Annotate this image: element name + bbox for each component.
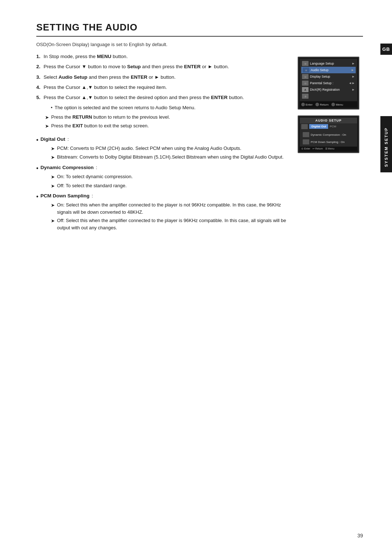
step-3: 3. Select Audio Setup and then press the… [36, 74, 290, 81]
screen2-mockup: AUDIO SETUP Digital Out PCM [298, 115, 359, 153]
screen1-row-setup-icon: ⚙ [302, 93, 355, 99]
step1-text: In Stop mode, press the [44, 54, 97, 59]
step2-bold: Setup [127, 64, 141, 69]
step3-bold1: Audio Setup [58, 74, 87, 80]
dynamic-compression-content: ➤ On: To select dynamic compression. ➤ O… [36, 173, 290, 189]
digital-out-content: ➤ PCM: Converts to PCM (2CH) audio. Sele… [36, 145, 290, 161]
dynamic-off: ➤ Off: To select the standard range. [44, 182, 290, 190]
bullet-note-text: The option is selected and the screen re… [55, 104, 196, 111]
digital-out-bitstream-text: Bitstream: Converts to Dolby Digital Bit… [57, 153, 283, 161]
screen2-tab-area: Digital Out PCM [309, 123, 357, 130]
screen1-icon-audio-setup: ⊞ [303, 67, 309, 73]
page-number: 39 [357, 533, 363, 538]
step2-text: Press the Cursor ▼ button to move to [44, 64, 127, 69]
arrow1-text: button to return to the previous level. [92, 114, 170, 120]
screen1-row-audio-setup: ⊞ Audio Setup ► [301, 67, 356, 73]
dynamic-compression-colon: : [96, 165, 97, 170]
screen2-footer-enter: ⊙ Enter [301, 147, 310, 150]
screen1-row-parental: ⊟ Parental Setup : ◄► [302, 80, 355, 86]
screen1-footer-return: Return [315, 103, 328, 106]
screen1-row-display: ⊟ Display Setup ► [302, 73, 355, 80]
screen2-icon1 [301, 124, 308, 129]
dynamic-on-text: On: To select dynamic compression. [57, 173, 133, 180]
digital-out-bitstream: ➤ Bitstream: Converts to Dolby Digital B… [44, 153, 290, 161]
screen1-footer-menu: Menu [331, 103, 343, 106]
step5-end: button. [228, 95, 244, 100]
pcm-down-sampling-content: ➤ On: Select this when the amplifier con… [36, 201, 290, 231]
screen1-mockup: ⊞ Language Setup ► ⊞ Audio Setup ► ⊟ Dis… [298, 57, 359, 110]
page-title: SETTING THE AUDIO [36, 22, 363, 33]
dynamic-off-text: Off: To select the standard range. [57, 182, 127, 189]
step2-end: or ► button. [201, 64, 229, 69]
step2-enter: ENTER [184, 64, 201, 69]
screen2-footer: ⊙ Enter ↩ Return ☰ Menu [300, 147, 357, 151]
dynamic-on: ➤ On: To select dynamic compression. [44, 173, 290, 181]
screen2-icon-row1 [303, 132, 309, 137]
step3-end: or ► button. [147, 74, 176, 80]
screen1-icon-display: ⊟ [302, 74, 309, 79]
step3-start: Select [44, 74, 58, 80]
arrow-note-1: ➤ Press the RETURN button to return to t… [36, 114, 290, 121]
dynamic-compression-title: Dynamic Compression [41, 165, 94, 170]
screen2-title: AUDIO SETUP [300, 118, 357, 123]
subtitle: OSD(On-Screen Display) language is set t… [36, 42, 363, 47]
screen1-icon-setup: ⚙ [302, 94, 309, 99]
screen1-icon-divx: A [302, 87, 309, 92]
gb-label: GB [382, 44, 390, 55]
screen2-icon-row2 [303, 139, 309, 144]
step-1: 1. In Stop mode, press the MENU button. [36, 53, 290, 60]
page-title-area: SETTING THE AUDIO [36, 22, 363, 37]
pcm-on: ➤ On: Select this when the amplifier con… [44, 201, 290, 216]
steps-list: 1. In Stop mode, press the MENU button. … [36, 53, 290, 101]
arrow2-text: button to exit the setup screen. [83, 123, 148, 128]
screen1-row-divx: A DivX(R) Registration ► [302, 86, 355, 93]
screen1-footer: Enter Return Menu [300, 102, 357, 107]
screen2-tab-digital: Digital Out [309, 124, 328, 129]
digital-out-pcm: ➤ PCM: Converts to PCM (2CH) audio. Sele… [44, 145, 290, 152]
pcm-down-sampling-title: PCM Down Sampling [41, 193, 90, 198]
content-area: 1. In Stop mode, press the MENU button. … [36, 53, 363, 233]
step3-mid: and then press the [87, 74, 131, 80]
system-setup-bullet [385, 121, 388, 124]
step1-bold: MENU [97, 54, 111, 59]
instructions-column: 1. In Stop mode, press the MENU button. … [36, 53, 290, 233]
arrow1-bold: RETURN [73, 114, 92, 120]
screen2-content: Dynamic Compression : On PCM Down Sampli… [300, 130, 357, 147]
screen2-icon-row [300, 123, 309, 130]
step-2: 2. Press the Cursor ▼ button to move to … [36, 63, 290, 70]
system-setup-tab: SYSTEM SETUP [380, 116, 392, 172]
screen1-row-language: ⊞ Language Setup ► [302, 60, 355, 67]
step1-end: button. [111, 54, 128, 59]
gb-tab: GB [380, 44, 392, 55]
screen1-footer-enter: Enter [301, 103, 313, 106]
screen1-icon-parental: ⊟ [302, 81, 309, 86]
dynamic-compression-header: • Dynamic Compression : [36, 165, 290, 172]
digital-out-colon: : [68, 136, 69, 142]
pcm-on-text: On: Select this when the amplifier conne… [57, 201, 290, 216]
step-5: 5. Press the Cursor ▲,▼ button to select… [36, 94, 290, 101]
system-setup-label: SYSTEM SETUP [384, 126, 388, 169]
screen2-footer-return: ↩ Return [313, 147, 323, 150]
step5-bold: ENTER [211, 95, 228, 100]
pcm-off-text: Off: Select this when the amplifier conn… [57, 217, 290, 231]
bullet-note: • The option is selected and the screen … [36, 104, 290, 111]
digital-out-title: Digital Out [41, 136, 65, 142]
screen2-footer-menu: ☰ Menu [325, 147, 334, 150]
arrow-note-2: ➤ Press the EXIT button to exit the setu… [36, 122, 290, 130]
screenshots-column: ⊞ Language Setup ► ⊞ Audio Setup ► ⊟ Dis… [298, 53, 363, 233]
pcm-down-sampling-colon: : [92, 193, 93, 198]
screen2-row1: Dynamic Compression : On [301, 131, 356, 138]
step-4: 4. Press the Cursor ▲,▼ button to select… [36, 84, 290, 91]
screen1-inner: ⊞ Language Setup ► ⊞ Audio Setup ► ⊟ Dis… [300, 59, 357, 101]
screen2-tabs: Digital Out PCM [300, 123, 357, 130]
screen2-row2: PCM Down Sampling : On [301, 139, 356, 145]
screen2-tab-value: PCM [328, 124, 338, 129]
page-container: GB SYSTEM SETUP SETTING THE AUDIO OSD(On… [0, 0, 392, 553]
step4-text: Press the Cursor ▲,▼ button to select th… [44, 85, 167, 90]
step2-mid: and then press the [141, 64, 184, 69]
step3-bold2: ENTER [131, 74, 147, 80]
arrow2-bold: EXIT [73, 123, 83, 128]
screen1-icon-language: ⊞ [302, 61, 309, 66]
step5-text: Press the Cursor ▲,▼ button to select th… [44, 95, 211, 100]
digital-out-header: • Digital Out : [36, 136, 290, 143]
